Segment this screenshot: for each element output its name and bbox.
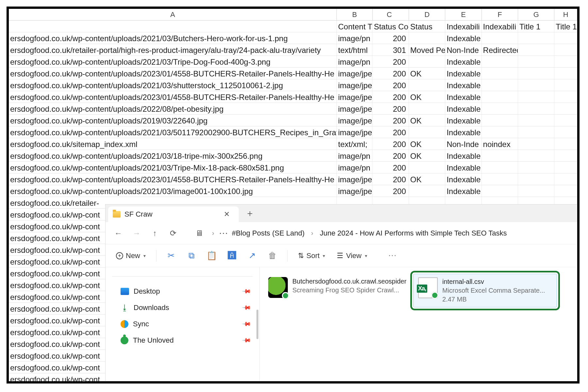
- cell-status[interactable]: [409, 32, 445, 44]
- cell-content-type[interactable]: image/pn: [337, 162, 372, 173]
- cell-url[interactable]: ersdogfood.co.uk/wp-content/uploads/2021…: [9, 79, 337, 91]
- cell-title1[interactable]: [518, 44, 554, 56]
- table-row[interactable]: ersdogfood.co.uk/wp-content/uploads/2022…: [9, 103, 577, 115]
- table-row[interactable]: ersdogfood.co.uk/wp-content/uploads/2023…: [9, 173, 577, 185]
- cell-status[interactable]: OK: [409, 115, 445, 126]
- cell-title1[interactable]: [518, 91, 554, 103]
- cell-url[interactable]: ersdogfood.co.uk/sitemap_index.xml: [9, 138, 337, 150]
- cell-status[interactable]: [409, 79, 445, 91]
- cell-status[interactable]: [409, 103, 445, 114]
- cell-indexability[interactable]: Indexable: [445, 150, 482, 161]
- cell-title1[interactable]: [518, 162, 554, 173]
- cell-content-type[interactable]: image/jpe: [337, 115, 372, 126]
- cell-content-type[interactable]: text/html: [337, 44, 372, 56]
- cell-status-code[interactable]: 200: [372, 103, 409, 114]
- paste-icon[interactable]: 📋: [203, 249, 220, 263]
- cell-indexability[interactable]: Non-Inde: [445, 44, 482, 56]
- cell-title1[interactable]: [518, 126, 554, 138]
- cell-content-type[interactable]: image/jpe: [337, 68, 372, 79]
- cell-indexability[interactable]: Indexable: [445, 32, 482, 44]
- cell-content-type[interactable]: image/pn: [337, 150, 372, 161]
- cell-indexability[interactable]: Indexable: [445, 126, 482, 138]
- cell-title1[interactable]: [518, 32, 554, 44]
- cell-indexability[interactable]: Indexable: [445, 162, 482, 173]
- cell-status[interactable]: [409, 185, 445, 197]
- up-button[interactable]: ↑: [147, 226, 163, 240]
- cell-title1b[interactable]: [554, 68, 577, 79]
- cell-indexability[interactable]: Indexable: [445, 103, 482, 114]
- scrollbar[interactable]: [256, 310, 258, 339]
- cell-url[interactable]: ersdogfood.co.uk/wp-content/uploads/2021…: [9, 185, 337, 197]
- cell-status-code[interactable]: 200: [372, 79, 409, 91]
- cell-status[interactable]: OK: [409, 150, 445, 161]
- cell-content-type[interactable]: image/jpe: [337, 173, 372, 185]
- col-letter-h[interactable]: H: [554, 9, 577, 20]
- cell-indexability-status[interactable]: [482, 79, 518, 91]
- header-status[interactable]: Status: [409, 21, 445, 32]
- sidebar-item-unloved[interactable]: The Unloved 📌: [106, 332, 259, 349]
- header-content-type[interactable]: Content T: [337, 21, 372, 32]
- cell-status[interactable]: [409, 162, 445, 173]
- cell-title1b[interactable]: [554, 150, 577, 161]
- refresh-button[interactable]: ⟳: [165, 226, 181, 240]
- cell-status-code[interactable]: 200: [372, 68, 409, 79]
- header-status-code[interactable]: Status Coc: [372, 21, 409, 32]
- cell-status[interactable]: OK: [409, 173, 445, 185]
- cell-url[interactable]: ersdogfood.co.uk/wp-content/uploads/2019…: [9, 115, 337, 126]
- sort-button[interactable]: ⇅ Sort ▾: [293, 250, 330, 262]
- cell-status-code[interactable]: 200: [372, 91, 409, 103]
- rename-icon[interactable]: 🅰: [223, 249, 241, 263]
- col-letter-a[interactable]: A: [9, 9, 337, 20]
- cell-status[interactable]: OK: [409, 68, 445, 79]
- forward-button[interactable]: →: [128, 226, 145, 240]
- cell-url[interactable]: ersdogfood.co.uk/wp-content/uploads/2021…: [9, 150, 337, 161]
- cell-title1b[interactable]: [554, 91, 577, 103]
- cell-indexability-status[interactable]: [482, 68, 518, 79]
- cell-title1b[interactable]: [554, 162, 577, 173]
- copy-icon[interactable]: ⧉: [183, 249, 200, 263]
- cell-status-code[interactable]: 200: [372, 162, 409, 173]
- cell-title1b[interactable]: [554, 56, 577, 67]
- table-row[interactable]: ersdogfood.co.uk/wp-content/uploads/2021…: [9, 32, 577, 44]
- cell-indexability-status[interactable]: [482, 162, 518, 173]
- cell-title1[interactable]: [518, 79, 554, 91]
- col-letter-d[interactable]: D: [409, 9, 445, 20]
- cell-status-code[interactable]: 200: [372, 126, 409, 138]
- cell-indexability[interactable]: Indexable: [445, 185, 482, 197]
- cell-title1b[interactable]: [554, 126, 577, 138]
- cell-indexability-status[interactable]: [482, 115, 518, 126]
- header-url[interactable]: [9, 21, 337, 32]
- cell-url[interactable]: ersdogfood.co.uk/wp-content/uploads/2021…: [9, 162, 337, 173]
- breadcrumb-part2[interactable]: June 2024 - How AI Performs with Simple …: [318, 229, 509, 237]
- table-row[interactable]: ersdogfood.co.uk/wp-content/uploads/2021…: [9, 126, 577, 138]
- cell-content-type[interactable]: image/pn: [337, 32, 372, 44]
- cell-url[interactable]: ersdogfood.co.uk/wp-content/uploads/2023…: [9, 68, 337, 79]
- cell-url[interactable]: ersdogfood.co.uk/wp-content/uploads/2021…: [9, 32, 337, 44]
- cell-indexability-status[interactable]: [482, 56, 518, 67]
- delete-icon[interactable]: 🗑: [264, 249, 281, 263]
- cell-title1b[interactable]: [554, 32, 577, 44]
- cell-status-code[interactable]: 301: [372, 44, 409, 56]
- table-row[interactable]: ersdogfood.co.uk/retailer-portal/high-re…: [9, 44, 577, 56]
- cut-icon[interactable]: ✂: [162, 249, 180, 263]
- close-tab-button[interactable]: ✕: [220, 209, 233, 220]
- cell-status[interactable]: [409, 56, 445, 67]
- cell-content-type[interactable]: image/jpe: [337, 185, 372, 197]
- cell-indexability-status[interactable]: [482, 150, 518, 161]
- table-row[interactable]: ersdogfood.co.uk/wp-content/uploads/2021…: [9, 162, 577, 173]
- col-letter-g[interactable]: G: [518, 9, 554, 20]
- cell-status-code[interactable]: 200: [372, 185, 409, 197]
- cell-indexability-status[interactable]: [482, 173, 518, 185]
- cell-content-type[interactable]: image/jpe: [337, 103, 372, 114]
- new-tab-button[interactable]: ＋: [239, 207, 261, 220]
- cell-status[interactable]: [409, 126, 445, 138]
- table-row[interactable]: ersdogfood.co.uk/wp-content/uploads/2023…: [9, 68, 577, 79]
- cell-indexability-status[interactable]: [482, 126, 518, 138]
- cell-status-code[interactable]: 200: [372, 32, 409, 44]
- cell-indexability-status[interactable]: [482, 91, 518, 103]
- cell-url[interactable]: ersdogfood.co.uk/wp-content/uploads/2023…: [9, 91, 337, 103]
- table-row[interactable]: ersdogfood.co.uk/wp-content/uploads/2021…: [9, 79, 577, 91]
- cell-indexability[interactable]: Indexable: [445, 68, 482, 79]
- cell-content-type[interactable]: image/pn: [337, 56, 372, 67]
- cell-title1[interactable]: [518, 68, 554, 79]
